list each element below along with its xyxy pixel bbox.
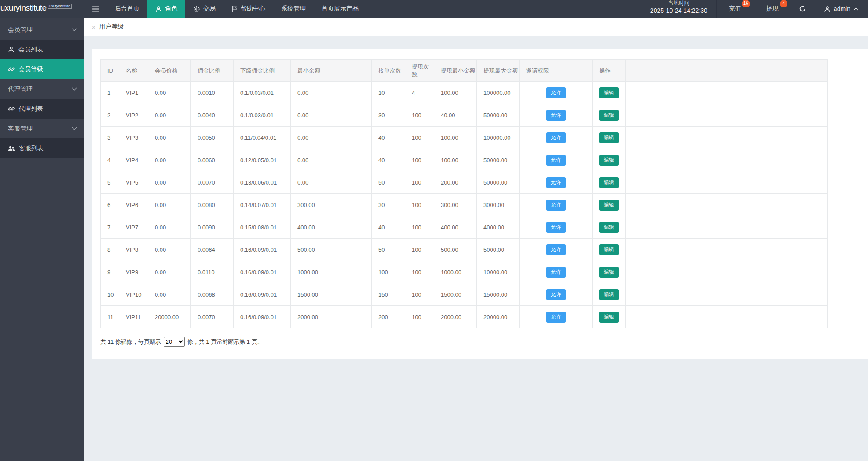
edit-button[interactable]: 编辑 xyxy=(599,177,619,188)
table-cell: 8 xyxy=(101,239,119,261)
table-cell: 200 xyxy=(372,306,405,328)
table-cell: 50000.00 xyxy=(477,149,520,171)
table-row: 3VIP30.000.00500.11/0.04/0.010.004010010… xyxy=(101,127,828,149)
sidebar-group-label: 客服管理 xyxy=(8,125,33,133)
pagination-text-after: 條，共 1 頁當前顯示第 1 頁。 xyxy=(187,338,263,346)
nav-item-6[interactable]: 首页展示产品 xyxy=(314,0,366,18)
nav-item-1[interactable]: 后台首页 xyxy=(107,0,147,18)
table-cell: 10000.00 xyxy=(477,261,520,283)
table-cell: 0.12/0.05/0.01 xyxy=(234,149,291,171)
edit-button[interactable]: 编辑 xyxy=(599,222,619,233)
edit-button[interactable]: 编辑 xyxy=(599,87,619,98)
chevron-down-icon xyxy=(72,87,77,91)
table-cell: 100.00 xyxy=(434,127,477,149)
nav-item-5[interactable]: 系统管理 xyxy=(273,0,314,18)
user-menu[interactable]: admin xyxy=(814,0,868,18)
user-levels-table: ID名称会员价格佣金比例下级佣金比例最小余额接单次数提现次数提现最小金额提现最大… xyxy=(100,59,828,328)
table-cell: 0.16/0.09/0.01 xyxy=(234,239,291,261)
table-cell: 50000.00 xyxy=(477,104,520,127)
invite-permission-cell: 允许 xyxy=(520,283,593,306)
table-cell: VIP8 xyxy=(119,239,148,261)
recharge-link[interactable]: 充值 16 xyxy=(716,0,754,18)
main-content: » 用户等级 ID名称会员价格佣金比例下级佣金比例最小余额接单次数提现次数提现最… xyxy=(84,18,868,461)
nav-item-label: 系统管理 xyxy=(281,5,306,13)
filler-cell xyxy=(626,261,828,283)
table-cell: VIP5 xyxy=(119,171,148,194)
sidebar-item-会员列表[interactable]: 会员列表 xyxy=(0,40,84,59)
nav-item-2[interactable]: 角色 xyxy=(147,0,185,18)
edit-button[interactable]: 编辑 xyxy=(599,155,619,166)
table-cell: 100000.00 xyxy=(477,127,520,149)
sidebar-item-会员等级[interactable]: 会员等级 xyxy=(0,59,84,79)
table-cell: 0.00 xyxy=(148,261,191,283)
allow-button[interactable]: 允许 xyxy=(546,155,566,166)
table-cell: 3000.00 xyxy=(477,194,520,216)
sidebar-group-2[interactable]: 代理管理 xyxy=(0,79,84,99)
table-cell: 0.0090 xyxy=(191,216,234,239)
action-cell: 编辑 xyxy=(593,127,626,149)
table-cell: VIP11 xyxy=(119,306,148,328)
table-cell: 100 xyxy=(405,104,434,127)
nav-item-4[interactable]: 帮助中心 xyxy=(223,0,273,18)
table-cell: 40 xyxy=(372,127,405,149)
sidebar-item-代理列表[interactable]: 代理列表 xyxy=(0,99,84,119)
allow-button[interactable]: 允许 xyxy=(546,132,566,143)
recharge-label: 充值 xyxy=(729,5,741,12)
edit-button[interactable]: 编辑 xyxy=(599,244,619,255)
edit-button[interactable]: 编辑 xyxy=(599,110,619,121)
table-cell: 500.00 xyxy=(434,239,477,261)
allow-button[interactable]: 允许 xyxy=(546,110,566,121)
table-cell: 40 xyxy=(372,149,405,171)
allow-button[interactable]: 允许 xyxy=(546,244,566,255)
table-cell: 500.00 xyxy=(291,239,372,261)
allow-button[interactable]: 允许 xyxy=(546,267,566,278)
table-cell: 2000.00 xyxy=(434,306,477,328)
filler-cell xyxy=(626,82,828,104)
table-cell: 3 xyxy=(101,127,119,149)
table-cell: VIP7 xyxy=(119,216,148,239)
hamburger-icon[interactable] xyxy=(84,0,107,18)
table-cell: 0.00 xyxy=(291,127,372,149)
nav-item-3[interactable]: 交易 xyxy=(185,0,223,18)
edit-button[interactable]: 编辑 xyxy=(599,132,619,143)
link-icon xyxy=(8,66,15,73)
sidebar-item-客服列表[interactable]: 客服列表 xyxy=(0,138,84,158)
table-cell: 200.00 xyxy=(434,171,477,194)
withdraw-link[interactable]: 提现 4 xyxy=(754,0,791,18)
table-cell: 100 xyxy=(405,127,434,149)
allow-button[interactable]: 允许 xyxy=(546,222,566,233)
edit-button[interactable]: 编辑 xyxy=(599,200,619,211)
allow-button[interactable]: 允许 xyxy=(546,312,566,323)
table-cell: 0.00 xyxy=(148,239,191,261)
topbar: 后台首页角色交易帮助中心系统管理首页展示产品 当地时间 2025-10-24 1… xyxy=(84,0,868,18)
allow-button[interactable]: 允许 xyxy=(546,200,566,211)
allow-button[interactable]: 允许 xyxy=(546,177,566,188)
allow-button[interactable]: 允许 xyxy=(546,289,566,300)
page-size-select[interactable]: 20 xyxy=(164,337,185,347)
invite-permission-cell: 允许 xyxy=(520,239,593,261)
local-time-value: 2025-10-24 14:22:30 xyxy=(650,7,707,15)
local-time-label: 当地时间 xyxy=(650,0,707,7)
refresh-button[interactable] xyxy=(791,0,814,18)
table-cell: 0.1/0.03/0.01 xyxy=(234,82,291,104)
allow-button[interactable]: 允许 xyxy=(546,87,566,98)
edit-button[interactable]: 编辑 xyxy=(599,312,619,323)
sidebar-group-3[interactable]: 客服管理 xyxy=(0,119,84,138)
admin-app: luxuryinstitute luxuryinstitute 会员管理会员列表… xyxy=(0,0,868,461)
table-cell: 100 xyxy=(405,171,434,194)
topbar-right: 当地时间 2025-10-24 14:22:30 充值 16 提现 4 adm xyxy=(641,0,868,18)
table-cell: 4 xyxy=(101,149,119,171)
table-header-row: ID名称会员价格佣金比例下级佣金比例最小余额接单次数提现次数提现最小金额提现最大… xyxy=(101,60,828,82)
sidebar: luxuryinstitute luxuryinstitute 会员管理会员列表… xyxy=(0,0,84,461)
edit-button[interactable]: 编辑 xyxy=(599,267,619,278)
table-row: 11VIP1120000.000.00700.16/0.09/0.012000.… xyxy=(101,306,828,328)
table-cell: 0.0010 xyxy=(191,82,234,104)
table-cell: 0.0068 xyxy=(191,283,234,306)
table-cell: 0.00 xyxy=(148,149,191,171)
edit-button[interactable]: 编辑 xyxy=(599,289,619,300)
table-cell: 40.00 xyxy=(434,104,477,127)
table-cell: 0.00 xyxy=(291,82,372,104)
sidebar-group-1[interactable]: 会员管理 xyxy=(0,20,84,40)
breadcrumb: » 用户等级 xyxy=(84,18,868,36)
sidebar-item-label: 客服列表 xyxy=(19,145,44,152)
